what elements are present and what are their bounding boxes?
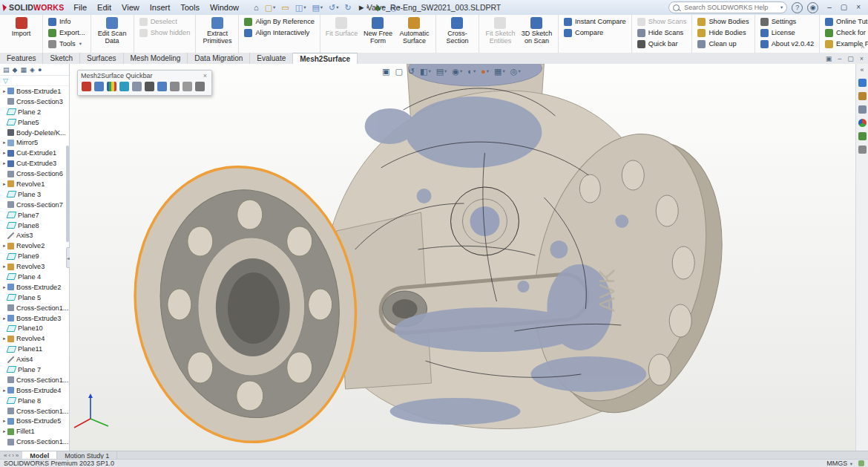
display-style-button[interactable]: ◉▾ <box>450 68 464 76</box>
custom-properties-icon[interactable] <box>858 132 867 140</box>
menu-window[interactable]: Window <box>205 3 244 12</box>
units-label[interactable]: MMGS ▾ <box>826 460 852 467</box>
ribbon-about-v2-0-42-button[interactable]: About v2.0.42 <box>758 39 816 49</box>
doc-close-button[interactable]: × <box>860 55 864 62</box>
tree-item-axis3[interactable]: Axis3 <box>0 230 69 241</box>
expand-arrow-icon[interactable]: ▸ <box>1 243 7 249</box>
ribbon-hide-scans-button[interactable]: Hide Scans <box>635 27 686 38</box>
expand-arrow-icon[interactable]: ▸ <box>1 428 7 434</box>
import-icon[interactable] <box>82 82 91 91</box>
feature-manager-tab-icon[interactable]: ▤ <box>3 66 10 74</box>
sketch-icon[interactable] <box>145 82 154 91</box>
expand-arrow-icon[interactable]: ▸ <box>1 160 7 166</box>
tree-item-boss-extrude2[interactable]: ▸Boss-Extrude2 <box>0 282 69 293</box>
new-document-button[interactable]: ▢▾ <box>263 1 278 14</box>
menu-edit[interactable]: Edit <box>92 3 116 12</box>
cross-section-icon[interactable] <box>132 82 142 91</box>
previous-view-button[interactable]: ↺ <box>406 68 417 76</box>
ribbon-new-free-form-button[interactable]: New Free Form <box>360 16 396 46</box>
expand-arrow-icon[interactable]: ▸ <box>1 181 7 187</box>
tree-item-body-delete-k[interactable]: Body-Delete/K... <box>0 128 69 138</box>
ribbon-tools-button[interactable]: Tools▾ <box>46 39 84 49</box>
user-account-icon[interactable]: ◉ <box>807 2 818 13</box>
expand-arrow-icon[interactable]: ▸ <box>1 316 7 321</box>
home-button[interactable]: ⌂ <box>251 1 261 14</box>
tree-item-plane-4[interactable]: Plane 4 <box>0 272 69 282</box>
doc-restore-button[interactable]: ▢ <box>847 55 854 62</box>
undo-button[interactable]: ↺▾ <box>326 1 341 14</box>
expand-arrow-icon[interactable]: ▸ <box>1 88 7 94</box>
tree-scrollbar-thumb[interactable] <box>66 146 69 242</box>
tree-item-cross-section7[interactable]: Cross-Section7 <box>0 200 69 210</box>
tree-item-cross-section3[interactable]: Cross-Section3 <box>0 97 69 107</box>
ribbon-align-by-reference-button[interactable]: Align By Reference <box>242 16 317 27</box>
ribbon-align-interactively-button[interactable]: Align Interactively <box>242 27 312 38</box>
tree-item-boss-extrude1[interactable]: ▸Boss-Extrude1 <box>0 86 69 97</box>
primitives-icon[interactable] <box>170 82 180 91</box>
expand-arrow-icon[interactable]: ▸ <box>1 418 7 424</box>
deviation-map-icon[interactable] <box>107 82 116 91</box>
forum-icon[interactable] <box>858 146 867 154</box>
box-icon[interactable] <box>195 82 205 91</box>
menu-view[interactable]: View <box>116 3 145 12</box>
align-icon[interactable] <box>157 82 167 91</box>
sheet-nav-icon[interactable]: » <box>16 452 19 459</box>
sheet-nav-icon[interactable]: › <box>12 452 14 459</box>
task-pane-expand-icon[interactable]: « <box>860 67 864 74</box>
tree-item-mirror5[interactable]: ▸Mirror5 <box>0 137 69 148</box>
tree-item-cross-section1[interactable]: Cross-Section1... <box>0 303 69 313</box>
expand-arrow-icon[interactable]: ▸ <box>1 388 7 393</box>
tree-item-plane-2[interactable]: Plane 2 <box>0 107 69 117</box>
file-explorer-icon[interactable] <box>858 105 867 114</box>
tree-item-boss-extrude3[interactable]: ▸Boss-Extrude3 <box>0 313 69 324</box>
ribbon-cross-section-button[interactable]: Cross-Section <box>439 16 476 46</box>
zoom-fit-button[interactable]: ▣ <box>380 68 392 76</box>
tree-item-cross-section1[interactable]: Cross-Section1... <box>0 437 69 447</box>
tree-item-revolve2[interactable]: ▸Revolve2 <box>0 241 69 251</box>
expand-arrow-icon[interactable]: ▸ <box>1 336 7 342</box>
valve-model[interactable]: AVK <box>117 64 749 451</box>
ribbon-collapse-icon[interactable]: ^ <box>861 45 864 52</box>
quickbar-close-icon[interactable]: × <box>202 72 208 79</box>
apply-scene-button[interactable]: ▦▾ <box>492 68 507 76</box>
doc-minimize-button[interactable]: – <box>838 55 841 62</box>
region-select-icon[interactable] <box>119 82 129 91</box>
tree-item-revolve3[interactable]: ▸Revolve3 <box>0 261 69 272</box>
ribbon-online-tutorials-button[interactable]: Online Tutorials <box>823 16 868 27</box>
viewport-canvas[interactable]: AVK <box>70 64 856 451</box>
ribbon-clean-up-button[interactable]: Clean up <box>695 39 738 49</box>
tab-sketch[interactable]: Sketch <box>43 53 80 64</box>
tree-item-axis4[interactable]: Axis4 <box>0 354 69 365</box>
tree-item-boss-extrude4[interactable]: ▸Boss-Extrude4 <box>0 385 69 396</box>
open-button[interactable]: ▭ <box>279 1 291 14</box>
section-view-button[interactable]: ◧▾ <box>418 68 433 76</box>
ribbon-hide-bodies-button[interactable]: Hide Bodies <box>695 27 748 38</box>
ribbon-instant-compare-button[interactable]: Instant Compare <box>562 16 628 27</box>
edit-scan-icon[interactable] <box>94 82 104 91</box>
sheet-nav-icon[interactable]: « <box>4 452 7 459</box>
tab-features[interactable]: Features <box>0 53 43 64</box>
target-icon[interactable] <box>183 82 192 91</box>
expand-arrow-icon[interactable]: ▸ <box>1 150 7 156</box>
ribbon-quick-bar-button[interactable]: Quick bar <box>635 39 680 49</box>
help-search-box[interactable]: ▾ <box>668 1 787 13</box>
solidworks-resources-icon[interactable] <box>858 79 867 87</box>
ribbon-info-button[interactable]: Info <box>46 16 73 27</box>
search-caret-icon[interactable]: ▾ <box>780 4 783 10</box>
menu-tools[interactable]: Tools <box>175 3 205 12</box>
tree-item-cross-section1[interactable]: Cross-Section1... <box>0 375 69 385</box>
appearances-icon[interactable] <box>858 119 867 127</box>
ribbon-export-button[interactable]: Export... <box>46 27 88 38</box>
expand-arrow-icon[interactable]: ▸ <box>1 140 7 146</box>
print-button[interactable]: ▤▾ <box>309 1 325 14</box>
hide-show-items-button[interactable]: ◐▾ <box>465 68 478 76</box>
graphics-viewport[interactable]: AVK <box>70 64 856 451</box>
edit-appearance-button[interactable]: ●▾ <box>479 68 491 76</box>
tab-mesh2surface[interactable]: Mesh2Surface <box>293 53 358 64</box>
save-button[interactable]: ◫▾ <box>293 1 309 14</box>
zoom-area-button[interactable]: ▢ <box>392 68 404 76</box>
ribbon-import-button[interactable]: Import <box>3 16 39 39</box>
configuration-manager-tab-icon[interactable]: ▦ <box>20 66 27 74</box>
display-manager-tab-icon[interactable]: ● <box>38 66 42 74</box>
ribbon-compare-button[interactable]: Compare <box>562 27 605 38</box>
